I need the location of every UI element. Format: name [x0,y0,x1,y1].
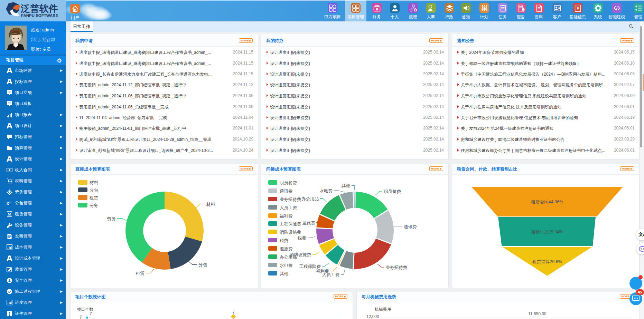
svg-text:通讯费: 通讯费 [404,224,417,229]
svg-text:职员餐费: 职员餐费 [383,189,401,194]
svg-text:材料: 材料 [206,202,215,207]
svg-text:福利费: 福利费 [316,269,329,274]
svg-text:税费: 税费 [297,236,306,241]
svg-text:租赁结算26.6%: 租赁结算26.6% [532,259,562,264]
svg-text:办公用品: 办公用品 [301,196,319,201]
svg-text:工程保险费: 工程保险费 [299,264,321,269]
svg-text:租赁合同44.36%: 租赁合同44.36% [531,200,563,204]
svg-text:租赁付款29.04%: 租赁付款29.04% [531,230,563,234]
svg-text:FANPU SOFTWARE: FANPU SOFTWARE [21,13,58,18]
svg-text:水电费: 水电费 [320,188,333,193]
svg-text:差旅费: 差旅费 [302,221,316,225]
svg-text:分包: 分包 [198,262,207,267]
svg-text:业务招待费: 业务招待费 [386,265,408,270]
svg-text:其他: 其他 [342,183,351,188]
svg-text:租赁: 租赁 [136,271,144,276]
svg-text:x²: x² [7,201,11,206]
svg-text:劳务: 劳务 [107,216,116,221]
svg-text:泛普软件: 泛普软件 [20,3,58,14]
svg-text:¥: ¥ [376,7,378,11]
